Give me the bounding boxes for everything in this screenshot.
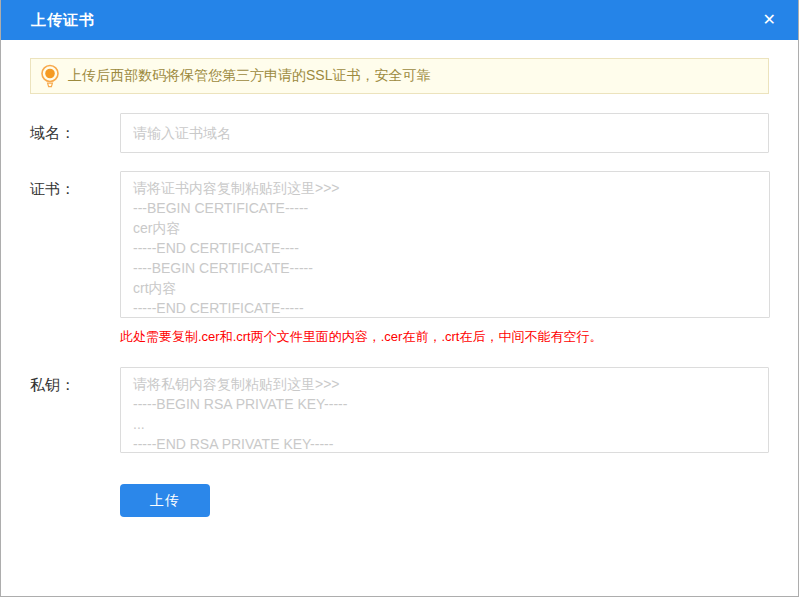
domain-label: 域名： [30,124,120,143]
certificate-row: 证书： 此处需要复制.cer和.crt两个文件里面的内容，.cer在前，.crt… [30,171,769,346]
certificate-textarea[interactable] [120,171,770,318]
close-icon[interactable]: ✕ [763,12,776,28]
certificate-warning-note: 此处需要复制.cer和.crt两个文件里面的内容，.cer在前，.crt在后，中… [120,328,770,346]
private-key-row: 私钥： [30,367,769,453]
dialog-body: 上传后西部数码将保管您第三方申请的SSL证书，安全可靠 域名： 证书： 此处需要… [1,58,798,517]
upload-button[interactable]: 上传 [120,484,210,517]
dialog-title: 上传证书 [31,11,763,30]
domain-input[interactable] [120,113,769,153]
lightbulb-icon [40,64,60,89]
certificate-label: 证书： [30,171,120,346]
domain-row: 域名： [30,113,769,153]
notice-text: 上传后西部数码将保管您第三方申请的SSL证书，安全可靠 [68,67,430,85]
certificate-field: 此处需要复制.cer和.crt两个文件里面的内容，.cer在前，.crt在后，中… [120,171,770,346]
submit-row: 上传 [30,484,769,517]
dialog-header: 上传证书 ✕ [1,0,798,40]
private-key-label: 私钥： [30,367,120,453]
notice-banner: 上传后西部数码将保管您第三方申请的SSL证书，安全可靠 [30,58,769,94]
private-key-textarea[interactable] [120,367,769,453]
upload-certificate-dialog: 上传证书 ✕ 上传后西部数码将保管您第三方申请的SSL证书，安全可靠 域名： 证… [0,0,799,597]
